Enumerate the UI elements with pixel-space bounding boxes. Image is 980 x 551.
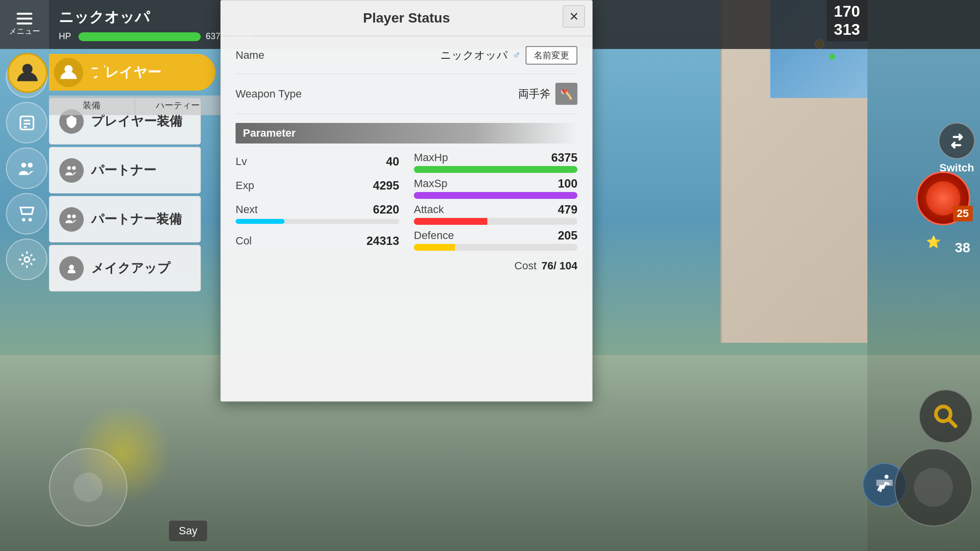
star-badge: ⭐ [926, 235, 941, 249]
run-icon [872, 473, 897, 497]
attack-label: Attack [414, 203, 444, 216]
maxsp-row: MaxSp 100 [414, 177, 577, 199]
search-button[interactable] [919, 389, 973, 443]
tab-equipment[interactable]: 装備 [49, 96, 135, 115]
left-joystick[interactable] [49, 448, 127, 527]
svg-point-15 [72, 215, 76, 218]
modal-header: Player Status ✕ [221, 0, 592, 36]
modal-body: Name ニックオッパ ♂ 名前変更 Weapon Type 両手斧 🪓 Par… [221, 36, 592, 282]
svg-point-13 [72, 166, 76, 170]
lv-value: 40 [386, 155, 399, 168]
submenu-label-partner: パートナー [91, 162, 156, 179]
weapon-row: Weapon Type 両手斧 🪓 [236, 83, 577, 114]
hud-number-2: 313 [834, 21, 860, 39]
submenu-item-partner-equip[interactable]: パートナー装備 [49, 196, 201, 242]
submenu-item-makeup[interactable]: メイクアップ [49, 245, 201, 291]
submenu-icon-makeup [59, 256, 84, 281]
maxhp-bar-fill [414, 166, 577, 173]
menu-button[interactable]: メニュー [0, 0, 49, 49]
menu-label: メニュー [9, 26, 40, 37]
attack-value: 479 [558, 203, 577, 216]
say-button[interactable]: Say [169, 521, 207, 541]
defence-label: Defence [414, 229, 454, 242]
search-icon [931, 402, 960, 431]
player-name-value: ニックオッパ [440, 48, 508, 63]
defence-bar [414, 244, 577, 251]
svg-point-9 [24, 257, 29, 262]
svg-point-16 [69, 264, 74, 269]
exp-value: 4295 [373, 179, 399, 192]
gender-icon: ♂ [513, 49, 521, 62]
tab-bar: 装備 ハーティー [49, 96, 220, 115]
partner-armor-icon [64, 212, 79, 227]
banner-avatar [54, 58, 83, 87]
name-value: ニックオッパ ♂ 名前変更 [334, 46, 577, 65]
switch-icon [947, 131, 967, 151]
shop-icon-btn[interactable] [6, 193, 48, 235]
col-label: Col [236, 235, 252, 247]
banner-arrow [92, 64, 104, 81]
shop-icon [17, 204, 37, 224]
exp-label: Exp [236, 179, 254, 192]
party-icon-btn[interactable] [6, 147, 48, 189]
num-badge: 38 [955, 240, 970, 256]
attack-row: Attack 479 [414, 203, 577, 225]
settings-icon-btn[interactable] [6, 239, 48, 280]
attack-top: Attack 479 [414, 203, 577, 216]
partner-icon [64, 163, 79, 178]
modal-close-button[interactable]: ✕ [563, 5, 585, 27]
settings-icon [17, 250, 37, 269]
joystick-inner [914, 468, 953, 507]
maxsp-label: MaxSp [414, 177, 447, 190]
param-header: Parameter [236, 123, 577, 144]
armor-icon [64, 114, 79, 129]
tab-party[interactable]: ハーティー [135, 96, 221, 115]
submenu-icon-partner [59, 158, 84, 183]
param-grid: Lv 40 Exp 4295 Next 6220 [236, 151, 577, 272]
weapon-icon: 🪓 [560, 88, 573, 100]
maxhp-bar [414, 166, 577, 173]
cost-label: Cost [514, 260, 536, 272]
col-row: Col 24313 [236, 230, 399, 252]
hp-bar-outer [78, 32, 201, 41]
svg-point-7 [22, 218, 25, 221]
banner-avatar-icon [59, 63, 78, 82]
player-avatar[interactable] [7, 53, 48, 93]
next-bar-fill [236, 219, 285, 224]
submenu-label-player-equip: プレイヤー装備 [91, 113, 182, 130]
submenu-icon-partner-armor [59, 207, 84, 232]
name-label: Name [236, 49, 334, 62]
right-controls: Switch 25 ⭐ 38 [867, 0, 980, 551]
avatar-icon [15, 61, 40, 85]
submenu-label-makeup: メイクアップ [91, 260, 170, 277]
attack-bar-fill [414, 218, 487, 225]
next-value: 6220 [373, 203, 399, 216]
hp-label: HP [59, 31, 73, 42]
modal-title: Player Status [363, 10, 450, 26]
weapon-icon-box: 🪓 [555, 83, 577, 105]
defence-top: Defence 205 [414, 229, 577, 242]
svg-point-5 [21, 163, 26, 168]
submenu-item-partner[interactable]: パートナー [49, 147, 201, 193]
defence-row: Defence 205 [414, 229, 577, 251]
name-change-button[interactable]: 名前変更 [526, 46, 577, 65]
right-joystick[interactable] [894, 448, 973, 527]
maxsp-top: MaxSp 100 [414, 177, 577, 191]
attack-bar [414, 218, 577, 225]
maxsp-bar [414, 192, 577, 199]
lv-label: Lv [236, 155, 247, 168]
player-banner[interactable]: プレイヤー [49, 54, 215, 91]
submenu: プレイヤー装備 パートナー パートナー装備 メイクアップ [49, 98, 201, 291]
svg-line-18 [949, 419, 956, 426]
svg-point-14 [67, 215, 71, 218]
maxhp-label: MaxHp [414, 151, 448, 164]
param-right: MaxHp 6375 MaxSp 100 [414, 151, 577, 272]
quest-icon-btn[interactable] [6, 102, 48, 144]
next-label: Next [236, 203, 258, 216]
maxhp-row: MaxHp 6375 [414, 151, 577, 173]
switch-button[interactable]: Switch [938, 122, 975, 174]
col-value: 24313 [366, 234, 399, 248]
svg-point-8 [28, 218, 32, 221]
svg-point-6 [27, 163, 32, 168]
maxhp-value: 6375 [551, 151, 577, 165]
